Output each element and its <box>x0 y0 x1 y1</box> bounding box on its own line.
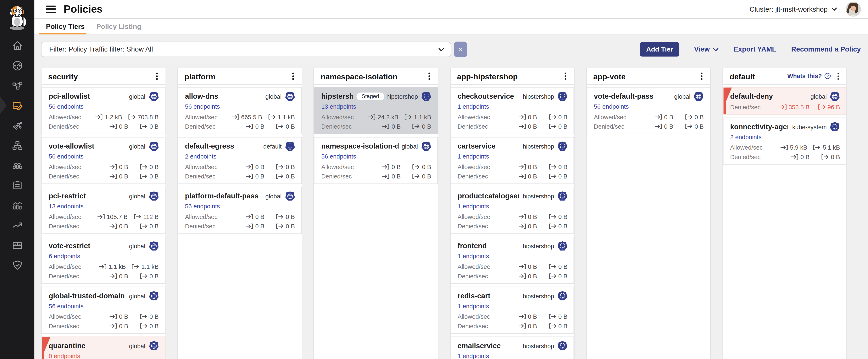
allowed-out-value: 703.8 B <box>137 114 158 120</box>
ingress-traffic-icon <box>519 323 526 329</box>
ingress-traffic-icon <box>110 173 117 179</box>
policy-card[interactable]: vote-allowlist global 56 endpoints Allow… <box>41 137 165 184</box>
policy-card[interactable]: productcatalogservice hipstershop ns 1 e… <box>451 187 574 234</box>
policy-card[interactable]: namespace-isolation-default-p… global 56… <box>314 137 438 184</box>
user-avatar[interactable] <box>846 2 861 17</box>
cluster-selector[interactable]: Cluster: jlt-msft-workshop <box>749 5 837 13</box>
endpoints-link[interactable]: 2 endpoints <box>730 134 762 140</box>
endpoints-link[interactable]: 6 endpoints <box>49 253 80 259</box>
svg-text:ns: ns <box>562 348 563 350</box>
endpoints-link[interactable]: 13 endpoints <box>321 103 356 110</box>
endpoints-link[interactable]: 1 endpoints <box>458 303 489 309</box>
add-tier-button[interactable]: Add Tier <box>640 42 679 56</box>
endpoints-link[interactable]: 13 endpoints <box>49 203 84 210</box>
sidebar-item-home[interactable] <box>0 35 34 55</box>
recommend-policy-button[interactable]: Recommend a Policy <box>791 46 861 53</box>
policy-card[interactable]: konnectivity-agent kube-system ns 2 endp… <box>723 118 847 165</box>
policy-name: productcatalogservice <box>458 192 519 200</box>
policy-card[interactable]: redis-cart hipstershop ns 1 endpoints Al… <box>451 287 574 334</box>
policy-scope-label: global <box>674 93 690 100</box>
sidebar-item-compliance[interactable] <box>0 175 34 195</box>
sidebar-item-image-assurance[interactable] <box>0 235 34 255</box>
tier-menu-kebab-icon[interactable] <box>290 71 296 81</box>
endpoints-link[interactable]: 56 endpoints <box>49 303 84 309</box>
svg-text:ns: ns <box>289 148 291 150</box>
view-dropdown[interactable]: View <box>694 46 719 53</box>
endpoints-link[interactable]: 1 endpoints <box>458 203 489 210</box>
policy-card[interactable]: checkoutservice hipstershop ns 1 endpoin… <box>451 87 574 134</box>
hamburger-menu-icon[interactable] <box>46 5 56 13</box>
sidebar-item-endpoints[interactable] <box>0 155 34 175</box>
egress-traffic-icon <box>140 173 147 179</box>
allowed-per-sec-row: Allowed/sec 1.1 kB 1.1 kB <box>49 263 159 270</box>
policy-card[interactable]: vote-default-pass global 56 endpoints Al… <box>587 87 710 134</box>
sidebar-item-timeline[interactable] <box>0 195 34 215</box>
policy-card[interactable]: cartservice hipstershop ns 1 endpoints A… <box>451 137 574 184</box>
policy-name: global-trusted-domains <box>49 292 125 300</box>
endpoints-link[interactable]: 0 endpoints <box>49 353 80 359</box>
tier-menu-kebab-icon[interactable] <box>835 71 841 81</box>
whats-this-link[interactable]: Whats this? ? <box>787 73 831 80</box>
endpoints-link[interactable]: 56 endpoints <box>49 153 84 160</box>
policy-card[interactable]: allow-dns global 56 endpoints Allowed/se… <box>178 87 302 134</box>
policy-card[interactable]: default-egress default ns 2 endpoints Al… <box>178 137 302 184</box>
card-list: hipstershop-gh… Staged hipstershop ns 13… <box>314 87 438 184</box>
denied-out-value: 0 B <box>149 173 158 180</box>
policy-card[interactable]: vote-restrict global 6 endpoints Allowed… <box>41 237 165 284</box>
endpoints-link[interactable]: 2 endpoints <box>185 153 217 160</box>
policy-card[interactable]: pci-restrict global 13 endpoints Allowed… <box>41 187 165 234</box>
policy-card[interactable]: frontend hipstershop ns 1 endpoints Allo… <box>451 237 574 284</box>
endpoints-link[interactable]: 56 endpoints <box>321 153 356 160</box>
sidebar-item-dashboard[interactable] <box>0 55 34 76</box>
tab-policy-tiers[interactable]: Policy Tiers <box>46 22 85 30</box>
sidebar-item-threat-defense[interactable] <box>0 255 34 275</box>
tier-menu-kebab-icon[interactable] <box>699 71 705 81</box>
denied-label: Denied/sec <box>321 123 352 130</box>
policy-card[interactable]: global-trusted-domains global 56 endpoin… <box>41 287 165 334</box>
ingress-traffic-icon <box>519 114 526 120</box>
endpoints-link[interactable]: 56 endpoints <box>49 103 84 110</box>
endpoints-link[interactable]: 56 endpoints <box>185 103 220 110</box>
policy-filter-select[interactable]: Filter: Policy Traffic filter: Show All <box>41 42 451 57</box>
sidebar-item-trend[interactable] <box>0 215 34 235</box>
endpoints-link[interactable]: 1 endpoints <box>458 253 489 259</box>
policy-card[interactable]: emailservice hipstershop ns 1 endpoints … <box>451 336 574 359</box>
chevron-down-icon <box>832 7 837 11</box>
policy-card[interactable]: quarantine global 0 endpoints <box>41 336 165 359</box>
policy-card[interactable]: platform-default-pass global 56 endpoint… <box>178 187 302 234</box>
sidebar-item-network-sets[interactable] <box>0 135 34 155</box>
allowed-label: Allowed/sec <box>458 213 490 220</box>
egress-traffic-icon <box>549 314 556 319</box>
endpoints-link[interactable]: 1 endpoints <box>458 353 489 359</box>
policy-card[interactable]: pci-allowlist global 56 endpoints Allowe… <box>41 87 165 134</box>
sidebar-item-policies[interactable] <box>0 95 34 115</box>
egress-traffic-icon <box>140 164 147 170</box>
egress-traffic-icon <box>549 323 556 329</box>
namespace-scope-icon: ns <box>557 341 567 351</box>
ingress-traffic-icon <box>110 164 117 170</box>
endpoints-link[interactable]: 56 endpoints <box>594 103 629 110</box>
denied-label: Denied/sec <box>458 173 488 180</box>
svg-text:ns: ns <box>834 129 836 131</box>
tier-menu-kebab-icon[interactable] <box>154 71 160 81</box>
global-scope-icon <box>149 191 158 201</box>
sidebar-item-flow-viz[interactable] <box>0 115 34 135</box>
policy-card[interactable]: hipstershop-gh… Staged hipstershop ns 13… <box>314 87 438 134</box>
tab-policy-listing[interactable]: Policy Listing <box>96 22 141 30</box>
shield-check-icon <box>11 259 23 271</box>
endpoints-link[interactable]: 56 endpoints <box>185 203 220 210</box>
card-list: checkoutservice hipstershop ns 1 endpoin… <box>451 87 574 359</box>
egress-traffic-icon <box>276 123 284 129</box>
endpoints-link[interactable]: 1 endpoints <box>458 103 489 110</box>
clear-filter-button[interactable]: × <box>454 42 467 57</box>
denied-in-value: 0 B <box>119 323 128 329</box>
endpoints-link[interactable]: 1 endpoints <box>458 153 489 160</box>
denied-label: Denied/sec <box>49 173 79 180</box>
ingress-traffic-icon <box>368 114 375 120</box>
ingress-traffic-icon <box>110 273 117 279</box>
tier-menu-kebab-icon[interactable] <box>426 71 432 81</box>
policy-card[interactable]: default-deny global Denied/sec 353.5 B <box>723 87 847 115</box>
tier-menu-kebab-icon[interactable] <box>563 71 569 81</box>
export-yaml-button[interactable]: Export YAML <box>734 46 776 53</box>
sidebar-item-service-graph[interactable] <box>0 76 34 95</box>
